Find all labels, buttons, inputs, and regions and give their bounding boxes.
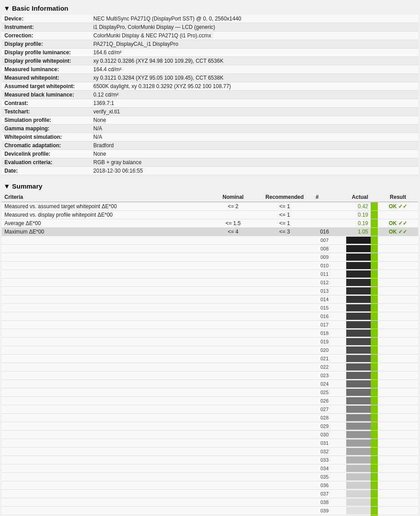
patch-row: 031	[2, 439, 418, 447]
patch-spacer	[2, 388, 313, 397]
green-bar	[371, 211, 378, 219]
nominal-cell: <= 4	[210, 228, 256, 236]
patch-id: 016	[313, 312, 336, 321]
info-row: Correction: ColorMunki Display & NEC PA2…	[2, 32, 418, 40]
actual-cell: 0.19	[336, 211, 371, 219]
green-bar	[371, 236, 378, 245]
patch-row: 028	[2, 414, 418, 422]
info-label: Devicelink profile:	[2, 150, 91, 158]
patch-swatch-cell	[336, 278, 371, 287]
patch-id: 019	[313, 338, 336, 346]
info-value: 1369.7:1	[91, 99, 418, 108]
patch-spacer	[2, 371, 313, 380]
patch-row: 011	[2, 270, 418, 278]
green-bar	[371, 405, 378, 414]
patch-swatch-cell	[336, 321, 371, 329]
gray-swatch	[346, 431, 371, 438]
patch-id: 022	[313, 363, 336, 371]
col-hash: #	[313, 193, 336, 202]
patch-swatch-cell	[336, 329, 371, 338]
patch-swatch-cell	[336, 473, 371, 481]
info-value: i1 DisplayPro, ColorMunki Display — LCD …	[91, 23, 418, 32]
patch-id: 038	[313, 498, 336, 507]
patch-result	[378, 464, 418, 473]
gray-swatch	[346, 406, 371, 413]
summary-row: Average ΔE*00 <= 1.5 <= 1 0.19 OK ✓✓	[2, 219, 418, 228]
green-bar	[371, 304, 378, 312]
patch-result	[378, 431, 418, 439]
patch-result	[378, 498, 418, 507]
summary-header: ▼ Summary	[2, 180, 418, 193]
patch-result	[378, 439, 418, 447]
patch-id: 007	[313, 236, 336, 245]
green-bar	[371, 278, 378, 287]
green-bar	[371, 253, 378, 262]
patch-result	[378, 278, 418, 287]
info-label: Whitepoint simulation:	[2, 133, 91, 141]
info-value: None	[91, 116, 418, 125]
green-bar	[371, 447, 378, 456]
green-bar	[371, 473, 378, 481]
patch-id: 008	[313, 245, 336, 253]
patch-id: 026	[313, 397, 336, 405]
patch-spacer	[2, 507, 313, 515]
info-label: Gamma mapping:	[2, 125, 91, 133]
green-bar	[371, 481, 378, 490]
result-cell: OK ✓✓	[378, 228, 418, 236]
info-label: Evaluation criteria:	[2, 158, 91, 167]
hash-cell: 016	[313, 228, 336, 236]
patch-row: 025	[2, 388, 418, 397]
info-label: Measured black luminance:	[2, 91, 91, 99]
patch-spacer	[2, 447, 313, 456]
gray-swatch	[346, 245, 371, 252]
info-row: Measured whitepoint: xy 0.3121 0.3284 (X…	[2, 74, 418, 82]
patch-id: 015	[313, 304, 336, 312]
patch-swatch-cell	[336, 304, 371, 312]
actual-cell: 0.19	[336, 219, 371, 228]
gray-swatch	[346, 423, 371, 430]
patch-result	[378, 388, 418, 397]
info-row: Date: 2018-12-30 06:16:55	[2, 167, 418, 175]
patch-spacer	[2, 414, 313, 422]
patch-id: 018	[313, 329, 336, 338]
info-value: 164.6 cd/m²	[91, 48, 418, 57]
patch-swatch-cell	[336, 507, 371, 515]
patch-swatch-cell	[336, 397, 371, 405]
patch-swatch-cell	[336, 262, 371, 270]
main-container: ▼ Basic Information Device: NEC MultiSyn…	[0, 0, 420, 516]
patch-spacer	[2, 481, 313, 490]
patch-swatch-cell	[336, 388, 371, 397]
patch-spacer	[2, 245, 313, 253]
patch-result	[378, 414, 418, 422]
info-row: Simulation profile: None	[2, 116, 418, 125]
patch-id: 033	[313, 456, 336, 464]
gray-swatch	[346, 279, 371, 286]
gray-swatch	[346, 499, 371, 506]
gray-swatch	[346, 482, 371, 489]
nominal-cell: <= 2	[210, 202, 256, 211]
criteria-cell: Measured vs. assumed target whitepoint Δ…	[2, 202, 210, 211]
info-row: Gamma mapping: N/A	[2, 125, 418, 133]
patch-spacer	[2, 338, 313, 346]
patch-result	[378, 346, 418, 355]
patch-swatch-cell	[336, 245, 371, 253]
info-value: 6500K daylight, xy 0.3128 0.3292 (XYZ 95…	[91, 82, 418, 91]
patch-result	[378, 422, 418, 431]
gray-swatch	[346, 372, 371, 379]
patch-id: 034	[313, 464, 336, 473]
info-label: Contrast:	[2, 99, 91, 108]
patch-id: 014	[313, 295, 336, 304]
patch-row: 022	[2, 363, 418, 371]
green-bar	[371, 439, 378, 447]
info-value: 0.12 cd/m²	[91, 91, 418, 99]
gray-swatch	[346, 363, 371, 371]
recommended-cell: <= 1	[256, 211, 313, 219]
info-row: Chromatic adaptation: Bradford	[2, 141, 418, 150]
patch-swatch-cell	[336, 355, 371, 363]
green-bar	[371, 414, 378, 422]
green-bar	[371, 338, 378, 346]
green-bar	[371, 270, 378, 278]
patch-spacer	[2, 405, 313, 414]
patch-id: 035	[313, 473, 336, 481]
patch-row: 024	[2, 380, 418, 388]
